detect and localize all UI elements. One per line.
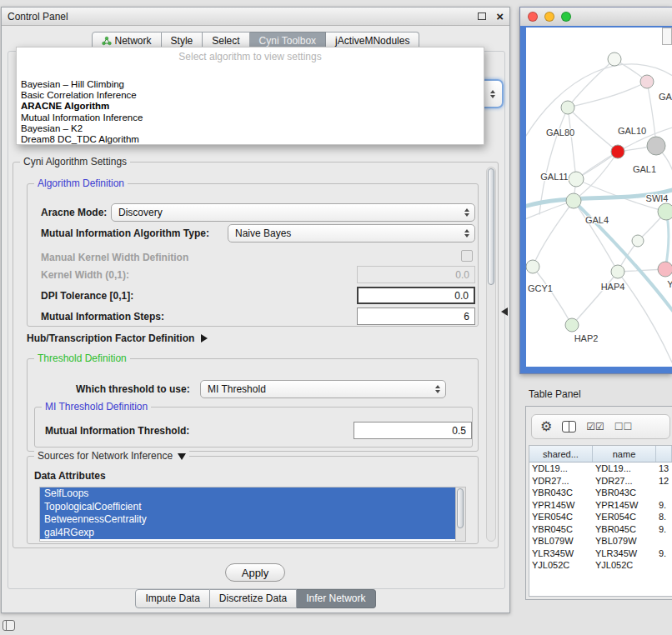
aracne-mode-select[interactable]: Discovery xyxy=(111,203,475,222)
table-cell[interactable]: YBL079W xyxy=(593,536,656,546)
table-cell[interactable]: YER054C xyxy=(529,512,593,522)
algorithm-option-basic-correlation[interactable]: Basic Correlation Inference xyxy=(19,90,481,101)
sources-group-title[interactable]: Sources for Network Inference xyxy=(34,450,189,462)
apply-button[interactable]: Apply xyxy=(225,563,285,582)
attributes-scrollbar-thumb[interactable] xyxy=(457,488,464,528)
algorithm-option-mutual-information[interactable]: Mutual Information Inference xyxy=(19,112,481,123)
table-cell[interactable]: YBR043C xyxy=(529,488,593,498)
table-cell[interactable]: YJL052C xyxy=(593,560,656,570)
which-threshold-select[interactable]: MI Threshold xyxy=(200,380,446,398)
table-row[interactable]: YDL19...YDL19...13 xyxy=(529,462,672,475)
hub-tf-definition-toggle[interactable]: Hub/Transcription Factor Definition xyxy=(27,332,208,344)
table-row[interactable]: YJL052CYJL052C xyxy=(529,559,672,572)
network-edge[interactable] xyxy=(572,272,618,325)
table-cell[interactable]: YBR045C xyxy=(593,524,656,534)
attribute-item-selfloops[interactable]: SelfLoops xyxy=(40,488,455,501)
network-node[interactable] xyxy=(640,75,654,88)
table-cell[interactable]: YDL19... xyxy=(529,463,593,473)
algorithm-option-list: Bayesian – Hill Climbing Basic Correlati… xyxy=(19,79,481,145)
network-node[interactable] xyxy=(647,137,665,155)
algorithm-option-bayesian-k2[interactable]: Bayesian – K2 xyxy=(19,123,481,134)
network-node[interactable] xyxy=(608,52,621,66)
network-node[interactable] xyxy=(565,318,579,332)
algorithm-option-aracne[interactable]: ARACNE Algorithm xyxy=(19,101,481,112)
mi-threshold-field[interactable]: 0.5 xyxy=(354,422,472,439)
table-panel-title: Table Panel xyxy=(529,388,581,400)
table-row[interactable]: YPR145WYPR145W9. xyxy=(529,499,672,512)
network-edge[interactable] xyxy=(568,82,647,108)
attributes-scrollbar[interactable] xyxy=(455,488,465,541)
table-cell[interactable]: 13 xyxy=(656,463,672,473)
table-cell[interactable]: YDR27... xyxy=(593,476,656,486)
close-icon[interactable]: × xyxy=(496,10,504,22)
columns-icon[interactable] xyxy=(562,421,576,432)
network-node[interactable] xyxy=(611,145,624,158)
table-cell[interactable]: YDL19... xyxy=(593,463,656,473)
settings-scrollbar[interactable] xyxy=(486,167,496,542)
table-row[interactable]: YER054CYER054C8. xyxy=(529,511,672,523)
splitpane-collapse-arrow[interactable] xyxy=(501,308,508,316)
column-header-cutoff[interactable] xyxy=(656,446,672,462)
network-node[interactable] xyxy=(569,172,584,187)
table-row[interactable]: YDR27...YDR27...12 xyxy=(529,475,672,488)
algorithm-option-bayesian-hill-climbing[interactable]: Bayesian – Hill Climbing xyxy=(19,79,481,90)
mi-algorithm-type-select[interactable]: Naive Bayes xyxy=(228,224,475,242)
close-traffic-light[interactable] xyxy=(528,12,538,22)
network-window-titlebar[interactable] xyxy=(520,8,672,26)
table-cell[interactable]: YBL079W xyxy=(529,536,593,546)
tab-discretize-data[interactable]: Discretize Data xyxy=(210,589,297,608)
attribute-item-gal4rgexp[interactable]: gal4RGexp xyxy=(40,527,455,540)
dpi-tolerance-field[interactable]: 0.0 xyxy=(357,287,475,304)
attribute-item-topologicalcoefficient[interactable]: TopologicalCoefficient xyxy=(40,501,455,514)
network-edge[interactable] xyxy=(574,201,618,272)
zoom-traffic-light[interactable] xyxy=(561,12,571,22)
mi-steps-field[interactable]: 6 xyxy=(357,308,475,325)
algorithm-option-dream8[interactable]: Dream8 DC_TDC Algorithm xyxy=(19,134,481,145)
table-cell[interactable]: YBR045C xyxy=(529,524,593,534)
network-canvas[interactable]: GAL80GAL10GAL11GAL1SWI4GAL4GCY1HAP4HAP2G… xyxy=(526,28,672,367)
settings-scrollbar-thumb[interactable] xyxy=(488,168,494,285)
table-cell[interactable]: 8. xyxy=(656,512,672,522)
network-edge[interactable] xyxy=(618,272,672,364)
network-scrollbar-fragment[interactable] xyxy=(662,28,672,45)
float-window-icon[interactable] xyxy=(478,12,486,20)
network-node[interactable] xyxy=(611,265,624,278)
network-node[interactable] xyxy=(526,260,539,273)
table-cell[interactable]: YLR345W xyxy=(529,548,593,558)
table-row[interactable]: YLR345WYLR345W9. xyxy=(529,548,672,560)
table-cell[interactable]: YBR043C xyxy=(593,488,656,498)
table-row[interactable]: YBR045CYBR045C9. xyxy=(529,523,672,536)
network-edge[interactable] xyxy=(568,108,576,179)
network-node[interactable] xyxy=(632,235,644,247)
network-node[interactable] xyxy=(561,101,574,114)
column-header-name[interactable]: name xyxy=(593,446,656,462)
minimize-traffic-light[interactable] xyxy=(544,12,554,22)
network-edge[interactable] xyxy=(533,201,574,267)
table-cell[interactable]: 9. xyxy=(656,548,672,558)
table-cell[interactable]: YER054C xyxy=(593,512,656,522)
algorithm-dropdown-popup: Select algorithm to view settings Bayesi… xyxy=(16,47,484,145)
select-all-checkboxes-icon[interactable]: ☑☑ xyxy=(586,422,604,432)
table-cell[interactable]: YPR145W xyxy=(593,500,656,510)
network-edge[interactable] xyxy=(533,267,572,325)
network-node[interactable] xyxy=(566,193,581,208)
table-cell[interactable]: 12 xyxy=(656,476,672,486)
table-cell[interactable]: YDR27... xyxy=(529,476,593,486)
table-cell[interactable]: 9. xyxy=(656,500,672,510)
tab-infer-network[interactable]: Infer Network xyxy=(297,589,375,608)
table-cell[interactable]: YPR145W xyxy=(529,500,593,510)
table-row[interactable]: YBL079WYBL079W xyxy=(529,535,672,548)
network-edge[interactable] xyxy=(568,108,618,152)
table-cell[interactable]: 9. xyxy=(656,524,672,534)
deselect-all-checkboxes-icon[interactable]: ☐☐ xyxy=(614,422,633,432)
minimized-panel-icon[interactable] xyxy=(3,620,15,631)
table-cell[interactable]: YLR345W xyxy=(593,548,656,558)
network-node[interactable] xyxy=(658,203,672,220)
tab-impute-data[interactable]: Impute Data xyxy=(135,589,209,608)
table-row[interactable]: YBR043CYBR043C xyxy=(529,487,672,499)
column-header-shared[interactable]: shared... xyxy=(529,446,593,462)
table-cell[interactable]: YJL052C xyxy=(529,560,593,570)
attribute-item-betweennesscentrality[interactable]: BetweennessCentrality xyxy=(40,513,455,527)
gear-icon[interactable]: ⚙ xyxy=(540,420,552,433)
network-node[interactable] xyxy=(658,262,672,277)
